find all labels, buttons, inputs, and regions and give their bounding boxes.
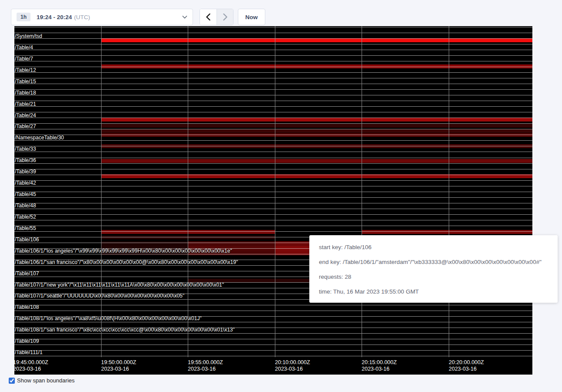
row-label: /Table/7 (15, 56, 33, 62)
row-label: /Table/108/1/"san francisco"/"\x8c\xcc\x… (15, 327, 235, 333)
span-boundary-line (14, 214, 532, 215)
span-boundary-line (14, 175, 532, 175)
span-boundary-line (14, 356, 532, 356)
span-boundary-line (14, 61, 532, 61)
span-boundary-line (14, 203, 532, 203)
span-boundary-line (14, 146, 532, 146)
chevron-down-icon (182, 15, 187, 19)
time-axis-tick: 20:15:00.000Z2023-03-16 (362, 359, 397, 372)
now-button[interactable]: Now (238, 9, 265, 25)
span-boundary-line (14, 112, 532, 112)
time-range-text: 19:24 - 20:24 (37, 14, 72, 20)
row-label: /NamespaceTable/30 (15, 135, 64, 141)
hot-span-band[interactable] (101, 159, 532, 163)
span-boundary-line (14, 209, 532, 209)
span-boundary-line (14, 129, 532, 129)
span-boundary-line (14, 78, 532, 78)
time-preset-badge: 1h (17, 13, 30, 21)
span-boundary-line (14, 72, 532, 73)
next-time-button[interactable] (217, 9, 233, 25)
span-boundary-line (14, 50, 532, 50)
row-label: /Table/108 (15, 304, 39, 310)
chart-canvas[interactable]: /System/tsd/Table/4/Table/7/Table/12/Tab… (14, 26, 532, 375)
row-label: /Table/108/1/"los angeles"/"\xa8\xf5\u00… (15, 315, 202, 321)
span-boundary-line (14, 89, 532, 90)
row-label: /Table/36 (15, 157, 36, 163)
row-label: /Table/106/1/"san francisco"/"\x80\x00\x… (15, 259, 238, 265)
time-axis-tick: 19:45:00.000Z2023-03-16 (14, 359, 48, 372)
row-label: /Table/27 (15, 123, 36, 129)
span-boundary-line (14, 350, 532, 351)
tooltip-requests: requests: 28 (319, 273, 558, 281)
row-label: /Table/48 (15, 203, 36, 209)
hot-span-band[interactable] (101, 129, 532, 133)
row-label: /Table/107 (15, 270, 39, 277)
row-label: /Table/33 (15, 146, 36, 152)
hot-span-band[interactable] (101, 124, 532, 128)
span-boundary-line (14, 67, 532, 67)
span-boundary-line (14, 135, 532, 135)
span-boundary-line (14, 123, 532, 124)
hot-span-band[interactable] (188, 241, 275, 246)
row-label: /Table/106 (15, 237, 39, 243)
time-gridline (362, 26, 362, 357)
row-label: /Table/111/1 (15, 349, 43, 355)
span-boundary-line (14, 305, 532, 305)
row-label: /Table/107/1/"seattle"/"UUUUUUD\x00\x80\… (15, 293, 184, 299)
span-boundary-line (14, 169, 532, 169)
timezone-text: (UTC) (74, 14, 90, 20)
span-boundary-line (14, 27, 532, 27)
span-boundary-line (14, 38, 532, 39)
tooltip-end-key: end key: /Table/106/1/"amsterdam"/"\xb33… (319, 258, 558, 267)
time-range-selector[interactable]: 1h 19:24 - 20:24 (UTC) (11, 9, 193, 25)
row-label: /Table/15 (15, 78, 36, 84)
row-label: /Table/42 (15, 180, 36, 186)
span-boundary-line (14, 220, 532, 220)
toolbar: 1h 19:24 - 20:24 (UTC) Now (11, 9, 265, 25)
hot-span-band[interactable] (101, 241, 188, 246)
hot-span-band[interactable] (101, 118, 532, 122)
show-span-boundaries-checkbox[interactable] (9, 378, 15, 384)
span-boundary-line (14, 197, 532, 198)
span-boundary-line (14, 95, 532, 95)
span-boundary-line (14, 140, 532, 141)
span-boundary-line (14, 180, 532, 181)
row-label: /Table/55 (15, 225, 36, 231)
time-gridline (449, 26, 449, 357)
row-label: /Table/109 (15, 338, 39, 344)
time-axis-tick: 20:10:00.000Z2023-03-16 (275, 359, 310, 372)
row-label: /Table/21 (15, 101, 36, 107)
hot-span-band[interactable] (101, 38, 532, 42)
time-nav-group (200, 9, 234, 25)
span-boundary-line (14, 101, 532, 101)
prev-time-button[interactable] (200, 9, 217, 25)
span-boundary-line (14, 84, 532, 84)
row-label: /Table/4 (15, 44, 33, 51)
span-boundary-line (14, 322, 532, 322)
row-label: /Table/107/1/"new york"/"\x11\x11\x11\x1… (15, 282, 224, 288)
row-label: /Table/24 (15, 112, 36, 118)
footer: Show span boundaries (9, 377, 74, 384)
time-axis-tick: 20:20:00.000Z2023-03-16 (449, 359, 484, 372)
chevron-right-icon (223, 14, 227, 20)
span-boundary-line (14, 44, 532, 44)
row-label: /Table/12 (15, 67, 36, 73)
span-boundary-line (14, 345, 532, 345)
time-axis-tick: 19:50:00.000Z2023-03-16 (101, 359, 136, 372)
time-gridline (275, 26, 275, 357)
span-boundary-line (14, 33, 532, 33)
row-label: /Table/106/1/"los angeles"/"\x99\x99\x99… (15, 248, 232, 254)
show-span-boundaries-label: Show span boundaries (17, 377, 74, 384)
span-boundary-line (14, 158, 532, 158)
row-label: /Table/39 (15, 169, 36, 175)
hot-span-band[interactable] (362, 230, 532, 234)
row-label: /System/tsd (15, 33, 42, 39)
span-boundary-line (14, 333, 532, 334)
time-gridline (101, 26, 102, 357)
span-boundary-line (14, 106, 532, 107)
span-boundary-line (14, 339, 532, 339)
span-boundary-line (14, 186, 532, 186)
row-label: /Table/18 (15, 90, 36, 96)
tooltip-time: time: Thu, 16 Mar 2023 19:55:00 GMT (319, 287, 558, 296)
span-boundary-line (14, 226, 532, 226)
